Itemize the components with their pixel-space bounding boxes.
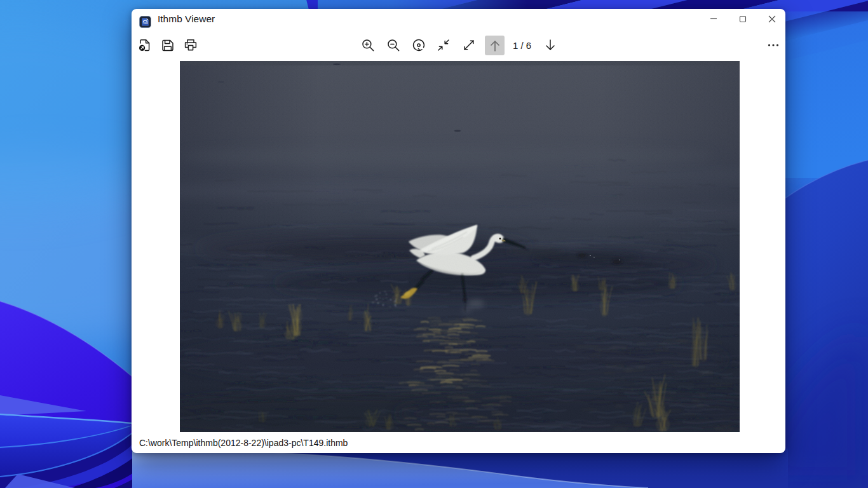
svg-text:ITHMB: ITHMB bbox=[143, 22, 148, 25]
